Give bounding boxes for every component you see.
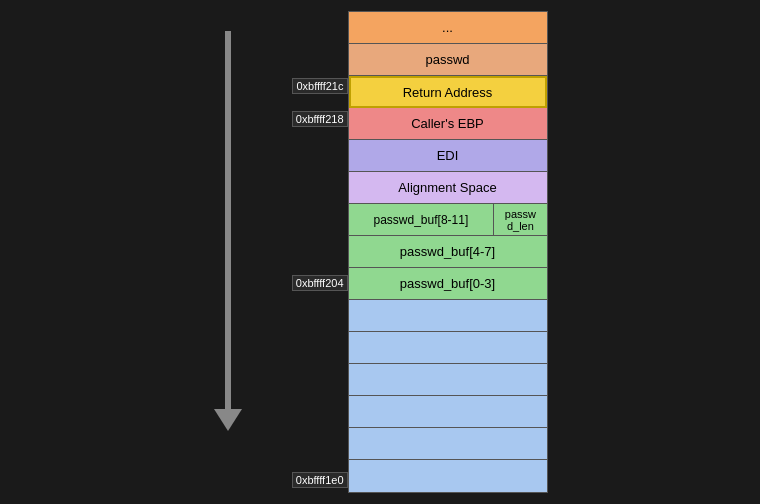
row-align: Alignment Space — [349, 172, 547, 204]
row-ebp: Caller's EBP — [349, 108, 547, 140]
row-passwdlen: passw d_len — [494, 204, 546, 235]
addr-218: 0xbffff218 — [292, 111, 348, 127]
stack-diagram: ... passwd Return Address Caller's EBP E… — [348, 11, 548, 493]
row-blue-2 — [349, 332, 547, 364]
row-blue-1 — [349, 300, 547, 332]
downward-arrow — [213, 31, 243, 431]
row-passwd47: passwd_buf[4-7] — [349, 236, 547, 268]
arrow-head — [214, 409, 242, 431]
row-blue-4 — [349, 396, 547, 428]
row-dots: ... — [349, 12, 547, 44]
arrow-shaft — [225, 31, 231, 409]
row-blue-6 — [349, 460, 547, 492]
row-passwd811: passwd_buf[8-11] — [349, 204, 495, 235]
addr-204: 0xbffff204 — [292, 275, 348, 291]
diagram-wrapper: 0xbffff21c 0xbffff218 0xbffff204 0xbffff… — [213, 11, 548, 493]
row-blue-5 — [349, 428, 547, 460]
addr-1e0: 0xbffff1e0 — [292, 472, 348, 488]
row-edi: EDI — [349, 140, 547, 172]
row-blue-3 — [349, 364, 547, 396]
row-passwd: passwd — [349, 44, 547, 76]
row-passwd811-container: passwd_buf[8-11] passw d_len — [349, 204, 547, 236]
addr-21c: 0xbffff21c — [292, 78, 347, 94]
row-passwd03: passwd_buf[0-3] — [349, 268, 547, 300]
row-retaddr: Return Address — [349, 76, 547, 108]
